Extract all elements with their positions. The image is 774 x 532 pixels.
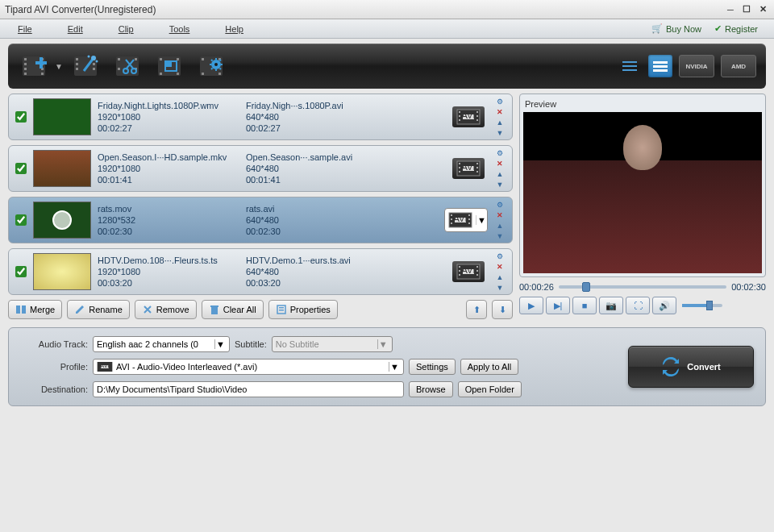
register-button[interactable]: ✔ Register bbox=[708, 20, 764, 37]
move-down-button[interactable]: ⬇ bbox=[492, 300, 513, 319]
add-file-button[interactable] bbox=[18, 50, 53, 82]
row-up-icon[interactable]: ▲ bbox=[494, 118, 506, 127]
merge-button[interactable]: Merge bbox=[8, 300, 62, 319]
row-down-icon[interactable]: ▼ bbox=[494, 231, 506, 241]
file-thumbnail bbox=[33, 98, 91, 135]
menu-clip[interactable]: Clip bbox=[110, 21, 142, 37]
remove-button[interactable]: Remove bbox=[135, 300, 197, 319]
svg-rect-54 bbox=[476, 119, 478, 121]
subtitle-select[interactable]: No Subtitle▼ bbox=[272, 336, 393, 352]
svg-rect-67 bbox=[451, 214, 452, 216]
maximize-button[interactable]: ☐ bbox=[740, 4, 753, 15]
seek-bar[interactable] bbox=[559, 285, 726, 289]
rename-button[interactable]: Rename bbox=[67, 300, 130, 319]
source-filename: rats.mov bbox=[98, 204, 243, 214]
svg-rect-43 bbox=[622, 65, 637, 67]
output-format-button[interactable]: AVI bbox=[452, 106, 485, 127]
stop-button[interactable]: ■ bbox=[572, 297, 597, 314]
svg-rect-39 bbox=[218, 73, 221, 75]
browse-button[interactable]: Browse bbox=[409, 381, 453, 397]
output-format-button[interactable]: AVI bbox=[452, 261, 485, 282]
row-settings-icon[interactable]: ⚙ bbox=[494, 97, 506, 106]
svg-text:AVI: AVI bbox=[462, 110, 476, 120]
crop-button[interactable] bbox=[153, 50, 189, 82]
row-up-icon[interactable]: ▲ bbox=[494, 221, 506, 231]
clear-all-button[interactable]: Clear All bbox=[202, 300, 264, 319]
row-delete-icon[interactable]: ✕ bbox=[494, 262, 506, 272]
source-duration: 00:01:41 bbox=[98, 175, 243, 185]
play-button[interactable]: ▶ bbox=[519, 297, 543, 314]
output-duration: 00:02:27 bbox=[246, 123, 391, 133]
output-format-button[interactable]: AVI bbox=[452, 158, 485, 179]
open-folder-button[interactable]: Open Folder bbox=[458, 381, 522, 397]
profile-select[interactable]: AVI AVI - Audio-Video Interleaved (*.avi… bbox=[93, 359, 404, 375]
row-down-icon[interactable]: ▼ bbox=[494, 180, 506, 189]
svg-point-20 bbox=[95, 60, 98, 63]
snapshot-button[interactable]: 📷 bbox=[599, 297, 623, 314]
file-checkbox[interactable] bbox=[15, 214, 27, 226]
row-settings-icon[interactable]: ⚙ bbox=[494, 251, 506, 261]
add-file-dropdown[interactable]: ▼ bbox=[55, 62, 63, 71]
fullscreen-button[interactable]: ⛶ bbox=[626, 297, 650, 314]
seek-handle[interactable] bbox=[582, 282, 590, 292]
mute-button[interactable]: 🔊 bbox=[652, 297, 676, 314]
svg-rect-17 bbox=[93, 68, 95, 70]
preferences-button[interactable] bbox=[195, 50, 231, 82]
minimize-button[interactable]: ─ bbox=[724, 4, 737, 15]
file-checkbox[interactable] bbox=[15, 266, 27, 277]
svg-rect-3 bbox=[24, 68, 27, 70]
svg-rect-62 bbox=[476, 167, 478, 168]
thumbnail-icon bbox=[653, 60, 668, 72]
buy-now-button[interactable]: 🛒 Buy Now bbox=[645, 20, 708, 37]
settings-button[interactable]: Settings bbox=[409, 359, 456, 375]
row-down-icon[interactable]: ▼ bbox=[494, 128, 506, 138]
file-row[interactable]: Open.Season.I···HD.sample.mkv 1920*1080 … bbox=[8, 145, 513, 192]
file-row[interactable]: HDTV.Demo.108···.Fleurs.ts.ts 1920*1080 … bbox=[8, 248, 513, 295]
apply-to-all-button[interactable]: Apply to All bbox=[460, 359, 518, 375]
list-view-button[interactable] bbox=[618, 55, 642, 77]
properties-button[interactable]: Properties bbox=[268, 300, 338, 319]
svg-text:AVI: AVI bbox=[454, 214, 468, 223]
thumbnail-view-button[interactable] bbox=[648, 55, 672, 77]
subtitle-label: Subtitle: bbox=[235, 339, 267, 349]
row-settings-icon[interactable]: ⚙ bbox=[494, 148, 506, 158]
row-delete-icon[interactable]: ✕ bbox=[494, 210, 506, 220]
step-button[interactable]: ▶| bbox=[546, 297, 570, 314]
file-row[interactable]: rats.mov 1280*532 00:02:30 rats.avi 640*… bbox=[8, 197, 513, 243]
file-thumbnail bbox=[33, 202, 91, 239]
file-checkbox[interactable] bbox=[15, 111, 27, 123]
svg-rect-16 bbox=[93, 63, 95, 65]
arrow-down-icon: ⬇ bbox=[499, 305, 506, 315]
file-checkbox[interactable] bbox=[15, 163, 27, 174]
close-button[interactable]: ✕ bbox=[756, 4, 769, 15]
row-down-icon[interactable]: ▼ bbox=[494, 283, 506, 293]
destination-input[interactable]: D:\My Documents\Tipard Studio\Video bbox=[93, 381, 404, 397]
preview-label: Preview bbox=[523, 98, 762, 110]
file-row[interactable]: Friday.Night.Lights.1080P.wmv 1920*1080 … bbox=[8, 94, 513, 140]
row-settings-icon[interactable]: ⚙ bbox=[494, 200, 506, 210]
svg-rect-24 bbox=[135, 58, 137, 60]
row-delete-icon[interactable]: ✕ bbox=[494, 107, 506, 117]
svg-point-19 bbox=[87, 56, 89, 58]
move-up-button[interactable]: ⬆ bbox=[466, 300, 487, 319]
row-up-icon[interactable]: ▲ bbox=[494, 169, 506, 179]
volume-handle[interactable] bbox=[706, 301, 713, 310]
effect-button[interactable] bbox=[69, 50, 105, 82]
arrow-up-icon: ⬆ bbox=[473, 305, 481, 315]
menu-help[interactable]: Help bbox=[217, 21, 252, 37]
convert-button[interactable]: Convert bbox=[628, 346, 754, 388]
avi-icon: AVI bbox=[448, 212, 472, 228]
trim-button[interactable] bbox=[111, 50, 147, 82]
svg-rect-46 bbox=[653, 65, 668, 68]
output-format-dropdown[interactable]: AVI ▼ bbox=[444, 208, 488, 232]
pencil-icon bbox=[74, 304, 85, 315]
menu-file[interactable]: File bbox=[10, 21, 40, 37]
svg-rect-58 bbox=[459, 163, 460, 164]
row-delete-icon[interactable]: ✕ bbox=[494, 159, 506, 168]
trash-icon bbox=[209, 304, 220, 315]
row-up-icon[interactable]: ▲ bbox=[494, 272, 506, 282]
menu-edit[interactable]: Edit bbox=[60, 21, 91, 37]
menu-tools[interactable]: Tools bbox=[161, 21, 198, 37]
volume-slider[interactable] bbox=[682, 304, 722, 307]
audio-track-select[interactable]: English aac 2 channels (0▼ bbox=[93, 336, 230, 352]
